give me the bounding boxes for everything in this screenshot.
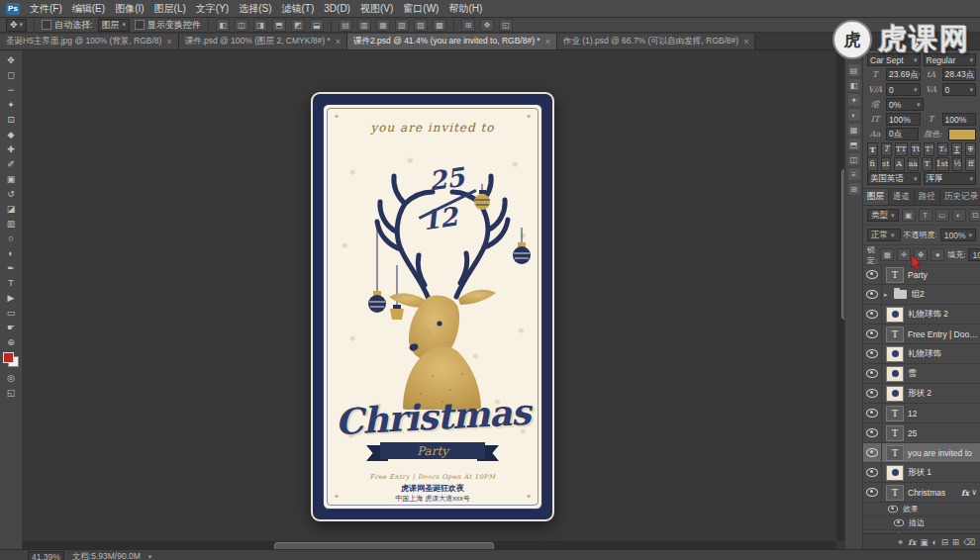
lock-all-icon[interactable]: ● xyxy=(931,248,944,261)
dock-history-panel-icon[interactable]: ≡ xyxy=(848,168,860,180)
eye-icon[interactable] xyxy=(888,506,898,513)
fill-field[interactable]: 100% xyxy=(968,248,980,261)
small-caps-button[interactable]: Tt xyxy=(911,142,922,156)
dock-properties-panel-icon[interactable]: ⊞ xyxy=(848,183,860,195)
opacity-field[interactable]: 100%▾ xyxy=(940,229,976,241)
close-tab-icon[interactable]: × xyxy=(743,37,748,47)
text-layer-thumbnail[interactable]: T xyxy=(886,267,904,283)
type-tool[interactable]: T xyxy=(2,275,20,290)
screen-mode-button[interactable]: ◱ xyxy=(2,385,20,400)
show-transform-controls-checkbox[interactable]: 显示变换控件 xyxy=(135,19,201,32)
document-tab-4[interactable]: 作业 (1).psd @ 66.7% (可以自由发挥, RGB/8#)× xyxy=(557,34,756,49)
filter-smart-objects-icon[interactable]: ⊡ xyxy=(969,209,980,222)
link-layers-icon[interactable]: ⚭ xyxy=(897,537,904,547)
layer-visibility-toggle[interactable] xyxy=(863,483,882,502)
superscript-button[interactable]: T¹ xyxy=(924,142,934,156)
language-select[interactable]: 美国英语▾ xyxy=(867,172,921,185)
shape-tool[interactable]: ▭ xyxy=(2,305,20,320)
color-swatches[interactable] xyxy=(3,352,19,367)
gradient-tool[interactable]: ▥ xyxy=(2,216,20,231)
menu-file[interactable]: 文件(F) xyxy=(30,2,62,16)
menu-view[interactable]: 视图(V) xyxy=(360,2,393,16)
layer-visibility-toggle[interactable] xyxy=(863,364,882,383)
layer-visibility-toggle[interactable] xyxy=(863,265,882,284)
proportional-spacing-field[interactable]: 0%▾ xyxy=(886,98,924,111)
image-layer-thumbnail[interactable] xyxy=(886,366,904,382)
shape-layer-thumbnail[interactable] xyxy=(886,465,904,481)
menu-select[interactable]: 选择(S) xyxy=(239,2,271,16)
align-top-icon[interactable]: ⬒ xyxy=(272,19,286,32)
layer-visibility-toggle[interactable] xyxy=(863,404,882,422)
screen-mode-icon[interactable]: ◱ xyxy=(499,19,513,32)
effect-stroke-row[interactable]: 描边 xyxy=(863,516,980,530)
add-mask-icon[interactable]: ▣ xyxy=(921,537,929,547)
close-tab-icon[interactable]: × xyxy=(336,37,341,47)
layer-row-ornament2[interactable]: 礼物球饰 2 xyxy=(863,305,980,325)
tab-channels[interactable]: 通道 xyxy=(889,189,915,205)
blur-tool[interactable]: ○ xyxy=(2,231,20,245)
swash-button[interactable]: A xyxy=(894,157,905,171)
layer-visibility-toggle[interactable] xyxy=(863,443,882,462)
layer-style-icon[interactable]: fx xyxy=(908,537,916,547)
layer-visibility-toggle[interactable] xyxy=(863,463,882,482)
filter-pixel-layers-icon[interactable]: ▣ xyxy=(902,209,916,222)
menu-image[interactable]: 图像(I) xyxy=(115,2,144,16)
filter-shape-layers-icon[interactable]: ▭ xyxy=(935,209,949,222)
layer-visibility-toggle[interactable] xyxy=(863,325,882,343)
baseline-shift-field[interactable]: 0点 xyxy=(886,128,919,140)
faux-italic-button[interactable]: T xyxy=(881,142,892,156)
new-layer-icon[interactable]: ⊞ xyxy=(952,537,959,547)
dock-channels-panel-icon[interactable]: ▦ xyxy=(848,124,860,136)
dock-paths-panel-icon[interactable]: ⬒ xyxy=(848,139,860,150)
distribute-vcenter-icon[interactable]: ▥ xyxy=(357,19,371,32)
layer-row-shape2[interactable]: 形状 2 xyxy=(863,384,980,404)
document-tab-3-active[interactable]: 课件2.psd @ 41.4% (you are invited to, RGB… xyxy=(347,34,557,49)
filter-type-layers-icon[interactable]: T xyxy=(919,209,932,222)
dock-adjustments-panel-icon[interactable]: ◐ xyxy=(848,109,860,121)
image-layer-thumbnail[interactable] xyxy=(886,346,904,362)
eye-icon[interactable] xyxy=(894,519,904,527)
crop-tool[interactable]: ⊡ xyxy=(2,112,20,127)
new-group-icon[interactable]: ⊟ xyxy=(941,537,948,547)
filter-adjustment-layers-icon[interactable]: ◐ xyxy=(952,209,966,222)
lock-transparency-icon[interactable]: ▦ xyxy=(880,248,894,261)
scrollbar-thumb[interactable] xyxy=(274,542,494,549)
quick-selection-tool[interactable]: ✦ xyxy=(2,97,20,112)
align-left-icon[interactable]: ◧ xyxy=(216,19,230,32)
menu-help[interactable]: 帮助(H) xyxy=(448,2,482,16)
layer-visibility-toggle[interactable] xyxy=(863,344,882,363)
arrange-documents-icon[interactable]: ⊞ xyxy=(461,19,475,32)
layer-style-badge[interactable]: fx∨ xyxy=(961,488,980,498)
zoom-tool[interactable]: ⊕ xyxy=(2,334,20,349)
menu-3d[interactable]: 3D(D) xyxy=(324,3,350,14)
zoom-level-field[interactable]: 41.39% xyxy=(28,551,64,560)
distribute-hcenter-icon[interactable]: ▨ xyxy=(414,19,428,32)
move-tool[interactable]: ✥ xyxy=(2,52,20,67)
adjustment-layer-icon[interactable]: ◐ xyxy=(932,537,937,547)
layer-row-shape1[interactable]: 形状 1 xyxy=(863,463,980,483)
dock-info-panel-icon[interactable]: ◫ xyxy=(848,153,860,165)
text-color-swatch[interactable] xyxy=(948,129,977,140)
layer-visibility-toggle[interactable] xyxy=(863,305,882,324)
faux-bold-button[interactable]: T xyxy=(867,142,878,156)
distribute-top-icon[interactable]: ▤ xyxy=(339,19,352,32)
align-hcenter-icon[interactable]: ◫ xyxy=(235,19,248,32)
text-layer-thumbnail[interactable]: T xyxy=(886,425,904,441)
layer-row-free-entry[interactable]: T Free Entry | Doors Open ... xyxy=(863,325,980,344)
foreground-color-swatch[interactable] xyxy=(3,352,14,363)
text-layer-thumbnail[interactable]: T xyxy=(886,406,904,421)
stylistic-alternates-button[interactable]: aa xyxy=(908,157,920,171)
hand-tool[interactable]: ☛ xyxy=(2,320,20,334)
lock-pixels-icon[interactable]: ✛ xyxy=(897,248,911,261)
distribute-right-icon[interactable]: ▩ xyxy=(433,19,446,32)
history-brush-tool[interactable]: ↺ xyxy=(2,186,20,201)
align-bottom-icon[interactable]: ⬓ xyxy=(310,19,324,32)
layer-row-25[interactable]: T 25 xyxy=(863,423,980,443)
menu-filter[interactable]: 滤镜(T) xyxy=(282,2,315,16)
delete-layer-icon[interactable]: ⌫ xyxy=(963,537,975,547)
document-tab-1[interactable]: 圣诞H5主界面.jpg @ 100% (背景, RGB/8)× xyxy=(0,34,179,49)
menu-window[interactable]: 窗口(W) xyxy=(403,2,439,16)
tab-history[interactable]: 历史记录 xyxy=(940,189,980,205)
kerning-field[interactable]: 0▾ xyxy=(886,83,921,96)
marquee-tool[interactable]: ◻ xyxy=(2,67,20,82)
